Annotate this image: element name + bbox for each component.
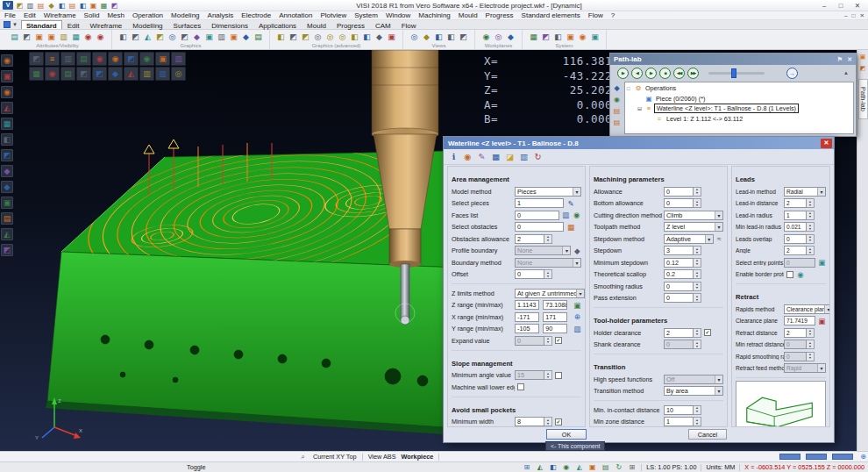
panel-icon-2[interactable]: ◩: [858, 64, 867, 73]
zoom-previous-icon[interactable]: ◩: [154, 31, 166, 42]
view-mode-label[interactable]: View ABS: [368, 453, 396, 461]
rotate-view-icon[interactable]: ◩: [179, 31, 190, 42]
spinner-arrows[interactable]: ▲▼: [807, 246, 815, 255]
param-input[interactable]: 15: [515, 370, 544, 380]
boundary-select-icon[interactable]: ◆: [573, 246, 581, 256]
param-input[interactable]: 0: [784, 352, 807, 361]
wireframe-view-icon[interactable]: ▣: [203, 31, 215, 42]
menu-item[interactable]: Mould: [459, 11, 478, 19]
param-input[interactable]: 0: [515, 269, 544, 279]
param-input[interactable]: 0: [784, 258, 815, 268]
spinner-arrows[interactable]: ▲▼: [694, 293, 701, 303]
stock-icon[interactable]: ▤: [76, 52, 91, 66]
spinner-arrows[interactable]: ▲▼: [807, 328, 815, 338]
zoom-all-icon[interactable]: ◩: [130, 31, 141, 42]
save-view-icon[interactable]: ▥: [155, 67, 170, 81]
view-back-icon[interactable]: ◧: [445, 31, 457, 42]
spinner-arrows[interactable]: ▲▼: [544, 234, 552, 244]
print-icon[interactable]: ◧: [78, 1, 88, 11]
menu-item[interactable]: System: [354, 11, 378, 19]
modify-attributes-icon[interactable]: ▤: [9, 31, 20, 42]
spinner-arrows[interactable]: ▲▼: [544, 417, 552, 426]
param-input[interactable]: 0: [664, 198, 694, 208]
view-top-icon[interactable]: ◎: [409, 31, 420, 42]
param-input[interactable]: 2: [664, 328, 694, 338]
param-dropdown[interactable]: Adaptive▾: [664, 234, 714, 244]
menu-item[interactable]: Solid: [84, 11, 100, 19]
workpiece-block[interactable]: [46, 150, 503, 434]
param-input[interactable]: 1: [515, 198, 564, 208]
list-icon[interactable]: ▤: [601, 462, 610, 472]
menu-item[interactable]: Mesh: [107, 11, 125, 19]
spinner-arrows[interactable]: ▲▼: [694, 258, 701, 268]
speed-icon[interactable]: ◩: [76, 67, 91, 81]
spinner-arrows[interactable]: ▲▼: [807, 340, 815, 349]
section-icon[interactable]: ◩: [92, 67, 107, 81]
save-all-icon[interactable]: ◆: [46, 1, 56, 11]
dynamic-rotate-icon[interactable]: ◧: [275, 31, 287, 42]
param-input[interactable]: 0: [784, 234, 807, 244]
param-input[interactable]: 0: [664, 340, 694, 349]
mdi-close-button[interactable]: ✕: [860, 12, 864, 19]
statistics-icon[interactable]: ▥: [171, 52, 186, 66]
render-mode-icon[interactable]: ◭: [574, 462, 584, 472]
menu-item[interactable]: Modeling: [171, 11, 199, 19]
surface-icon[interactable]: ◩: [1, 149, 13, 161]
tab-path-lab[interactable]: Path-lab: [858, 79, 868, 119]
param-input[interactable]: 2: [784, 246, 807, 255]
system-globe-icon[interactable]: ◧: [552, 31, 564, 42]
close-icon[interactable]: ✕: [821, 139, 832, 148]
dynamic-pan-icon[interactable]: ◩: [288, 31, 299, 42]
menu-item[interactable]: Machining: [418, 11, 450, 19]
step-sim-icon[interactable]: ▤: [60, 67, 75, 81]
ucs-icon[interactable]: ◧: [548, 462, 558, 472]
param-input-max[interactable]: 171: [543, 312, 567, 322]
menu-item[interactable]: Edit: [24, 11, 36, 19]
view-normal-icon[interactable]: ◎: [312, 31, 324, 42]
ribbon-tab[interactable]: Progress: [331, 20, 370, 29]
machine-icon[interactable]: ▥: [60, 52, 75, 66]
spinner-arrows[interactable]: ▲▼: [694, 269, 701, 279]
ribbon-tab[interactable]: Standard: [21, 20, 62, 29]
transform-icon[interactable]: ▤: [1, 212, 13, 225]
chevron-down-icon[interactable]: ▼: [12, 20, 18, 29]
spinner-arrows[interactable]: ▲▼: [694, 282, 701, 291]
param-input[interactable]: 71.7419: [784, 316, 815, 325]
spinner-arrows[interactable]: ▲▼: [544, 269, 552, 279]
report-icon[interactable]: ▣: [565, 31, 576, 42]
param-dropdown[interactable]: Climb▾: [664, 211, 723, 220]
param-input[interactable]: 0: [515, 211, 559, 220]
minimize-button[interactable]: –: [819, 2, 829, 10]
help-status-icon[interactable]: ◉: [561, 462, 571, 472]
spinner-arrows[interactable]: ▲▼: [694, 198, 701, 208]
colors-icon[interactable]: ◉: [82, 31, 94, 42]
param-checkbox[interactable]: [517, 383, 524, 390]
snap-entity-icon[interactable]: ◭: [535, 462, 544, 472]
workbook-icon[interactable]: [4, 21, 11, 28]
line-icon[interactable]: ◉: [1, 86, 13, 98]
param-input[interactable]: 10: [664, 405, 694, 415]
tree-item-label[interactable]: Waterline <Z level>: T1 - Ballnose - D.8…: [654, 104, 799, 113]
tree-row[interactable]: □ ⚙ Operations: [627, 83, 851, 94]
deselect-faces-icon[interactable]: ◉: [572, 210, 581, 220]
spinner-arrows[interactable]: ▲▼: [544, 370, 552, 380]
menu-item[interactable]: Standard elements: [522, 11, 580, 19]
scroll-up-icon[interactable]: ▲: [843, 70, 849, 75]
param-input[interactable]: 1: [664, 417, 694, 426]
param-input[interactable]: 0: [515, 222, 564, 232]
close-icon[interactable]: ✕: [847, 56, 852, 63]
operation-list-icon[interactable]: ▤: [612, 106, 622, 116]
select-icon[interactable]: ◉: [1, 54, 13, 67]
swap-visibility-icon[interactable]: ▣: [33, 31, 45, 42]
tree-expander[interactable]: □: [627, 86, 634, 91]
analysis-icon[interactable]: ▤: [612, 118, 622, 127]
ribbon-tab[interactable]: Dimensions: [206, 20, 253, 29]
save-parameters-icon[interactable]: ▥: [518, 151, 530, 162]
dimension-icon[interactable]: ▣: [1, 197, 13, 209]
step-back-button[interactable]: ◀: [631, 68, 643, 79]
ribbon-tab[interactable]: Surfaces: [168, 20, 207, 29]
menu-item[interactable]: Electrode: [241, 11, 271, 19]
delete-icon[interactable]: ◩: [1, 244, 13, 256]
calculator-icon[interactable]: ▦: [490, 151, 502, 162]
mesh-icon[interactable]: ◆: [1, 181, 13, 193]
